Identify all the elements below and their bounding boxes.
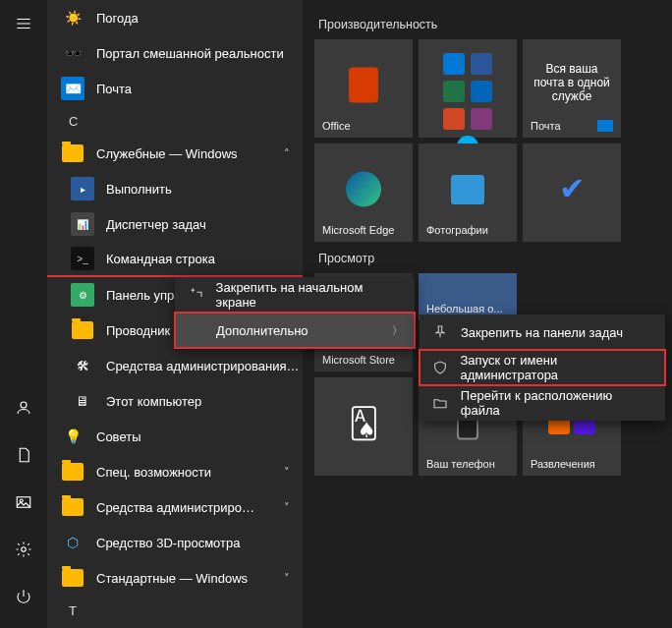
check-icon: ✔	[559, 170, 586, 207]
tile-mail-text: Вся ваша почта в одной службе	[531, 62, 613, 103]
folder-label: Служебные — Windows	[96, 146, 259, 161]
app-label: Погода	[96, 11, 303, 26]
letter-header-t[interactable]: Т	[47, 596, 303, 625]
svg-point-3	[22, 547, 27, 552]
hamburger-icon	[15, 15, 32, 32]
ctx-label: Запуск от имени администратора	[461, 353, 653, 382]
cube-icon: ⬡	[61, 531, 84, 554]
photos-icon	[451, 175, 484, 204]
tile-label: Office	[322, 120, 405, 132]
shield-icon	[431, 359, 449, 376]
app-mixed-reality[interactable]: 🕶️ Портал смешанной реальности	[47, 35, 303, 71]
documents-button[interactable]	[0, 431, 47, 479]
pc-icon: 🖥	[71, 389, 94, 413]
ctx-label: Закрепить на начальном экране	[216, 280, 403, 310]
app-label: Советы	[96, 429, 303, 444]
folder-icon	[62, 463, 84, 481]
explorer-icon	[72, 321, 93, 339]
weather-icon: ☀️	[61, 6, 84, 29]
app-mail[interactable]: ✉️ Почта	[47, 71, 303, 106]
app-tips[interactable]: 💡 Советы	[47, 419, 303, 454]
power-icon	[15, 588, 32, 605]
user-icon	[15, 399, 32, 417]
folder-std-windows[interactable]: Стандартные — Windows ˅	[47, 560, 303, 596]
folder-icon	[62, 144, 84, 162]
tile-office[interactable]: Office	[314, 39, 413, 138]
folder-label: Спец. возможности	[96, 465, 259, 480]
document-icon	[15, 446, 32, 464]
tile-label: Microsoft Store	[322, 354, 405, 366]
context-menu-primary: Закрепить на начальном экране Дополнител…	[175, 277, 415, 348]
user-button[interactable]	[0, 384, 47, 431]
tile-small-window[interactable]: Небольшая о...	[419, 273, 517, 320]
folder-label: Стандартные — Windows	[96, 571, 259, 586]
context-menu-secondary: Закрепить на панели задач Запуск от имен…	[420, 314, 665, 421]
app-label: Выполнить	[106, 182, 303, 197]
folder-open-icon	[431, 394, 449, 412]
admin-tools-icon: 🛠	[71, 354, 94, 377]
app-this-pc[interactable]: 🖥 Этот компьютер	[47, 383, 303, 419]
chevron-up-icon: ˄	[271, 147, 303, 160]
app-label: Почта	[96, 82, 303, 96]
pictures-button[interactable]	[0, 479, 47, 526]
svg-point-0	[21, 402, 27, 408]
app-label: Портал смешанной реальности	[96, 46, 303, 61]
settings-button[interactable]	[0, 526, 47, 573]
app-label: Диспетчер задач	[106, 217, 303, 232]
app-admin-tools[interactable]: 🛠 Средства администрирования Win...	[47, 348, 303, 383]
folder-icon	[62, 498, 84, 516]
ctx-label: Перейти к расположению файла	[461, 388, 653, 418]
folder-admin-tools[interactable]: Средства администрирования W... ˅	[47, 489, 303, 525]
edge-icon	[346, 171, 381, 206]
ctx-pin-start[interactable]: Закрепить на начальном экране	[175, 277, 415, 313]
app-weather[interactable]: ☀️ Погода	[47, 0, 303, 35]
ctx-more[interactable]: Дополнительно 〉	[175, 313, 415, 348]
menu-button[interactable]	[0, 0, 47, 47]
chevron-right-icon: 〉	[392, 323, 403, 338]
mail-icon	[597, 120, 613, 132]
tile-label: Ваш телефон	[426, 458, 509, 470]
app-task-manager[interactable]: 📊 Диспетчер задач	[47, 206, 303, 242]
pin-icon	[187, 286, 204, 304]
tile-edge[interactable]: Microsoft Edge	[314, 143, 413, 242]
tile-label: Развлечения	[531, 458, 613, 470]
tile-solitaire[interactable]: 🂡	[314, 377, 413, 476]
app-run[interactable]: ▸ Выполнить	[47, 171, 303, 206]
ctx-pin-taskbar[interactable]: Закрепить на панели задач	[420, 314, 665, 350]
nav-rail	[0, 0, 47, 628]
task-manager-icon: 📊	[71, 212, 94, 236]
letter-header-c[interactable]: С	[47, 106, 303, 136]
app-label: Средства администрирования Win...	[106, 359, 303, 373]
app-label: Средство 3D-просмотра	[96, 536, 303, 550]
app-3d-viewer[interactable]: ⬡ Средство 3D-просмотра	[47, 525, 303, 560]
tile-mail[interactable]: Вся ваша почта в одной службе Почта	[523, 39, 621, 138]
blank-icon	[187, 321, 204, 339]
ctx-run-admin[interactable]: Запуск от имени администратора	[420, 350, 665, 385]
app-label: Командная строка	[106, 252, 303, 266]
app-label: Этот компьютер	[106, 394, 303, 409]
pictures-icon	[15, 493, 32, 511]
cmd-icon: >_	[71, 247, 94, 270]
ctx-label: Дополнительно	[216, 323, 308, 338]
tile-label: Почта	[531, 120, 591, 132]
tile-label: Microsoft Edge	[322, 224, 405, 236]
tile-label: Небольшая о...	[426, 303, 509, 314]
ctx-label: Закрепить на панели задач	[461, 325, 623, 340]
app-cmd[interactable]: >_ Командная строка	[47, 242, 303, 277]
control-panel-icon: ⚙	[71, 283, 94, 307]
folder-icon	[62, 569, 84, 587]
tile-office-apps[interactable]	[419, 39, 517, 138]
run-icon: ▸	[71, 177, 94, 200]
headset-icon: 🕶️	[61, 41, 84, 65]
folder-system-tools[interactable]: Служебные — Windows ˄	[47, 136, 303, 171]
ctx-file-location[interactable]: Перейти к расположению файла	[420, 385, 665, 421]
tips-icon: 💡	[61, 425, 84, 448]
tile-label: Фотографии	[426, 224, 509, 236]
tile-todo[interactable]: ✔	[523, 143, 621, 242]
group-header-productivity[interactable]: Производительность	[318, 18, 660, 31]
folder-accessibility[interactable]: Спец. возможности ˅	[47, 454, 303, 489]
group-header-view[interactable]: Просмотр	[318, 252, 660, 265]
power-button[interactable]	[0, 573, 47, 620]
tile-photos[interactable]: Фотографии	[419, 143, 517, 242]
office-icon	[349, 67, 378, 102]
